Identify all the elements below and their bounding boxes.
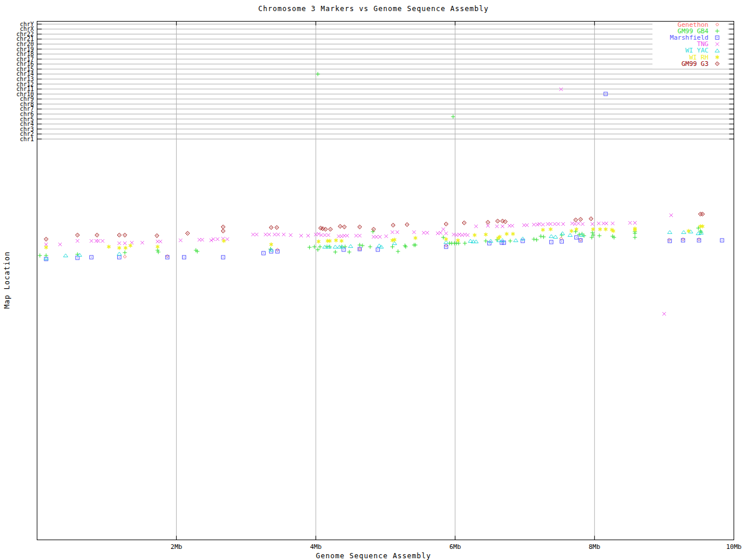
data-point-marker — [223, 257, 224, 257]
data-point-marker — [501, 225, 504, 228]
data-point-marker — [662, 312, 666, 316]
data-point-marker — [76, 239, 79, 243]
data-point-marker — [580, 240, 581, 240]
data-point-marker — [484, 233, 487, 237]
data-point-marker — [541, 228, 544, 232]
data-point-marker — [374, 229, 374, 229]
x-tick-label: 4Mb — [310, 543, 322, 551]
data-point-marker — [328, 239, 331, 243]
data-point-marker — [570, 229, 573, 233]
data-point-marker — [633, 232, 637, 236]
data-point-marker — [358, 243, 362, 247]
data-point-marker — [378, 235, 382, 239]
data-point-marker — [273, 233, 277, 236]
data-point-marker — [263, 253, 264, 253]
data-point-marker — [271, 227, 271, 228]
data-point-marker — [505, 232, 508, 236]
data-point-marker — [264, 233, 267, 236]
data-point-marker — [702, 214, 703, 214]
data-point-marker — [326, 239, 329, 243]
data-point-marker — [344, 226, 344, 227]
data-point-marker — [597, 222, 601, 225]
data-point-marker — [340, 226, 340, 226]
data-point-marker — [123, 242, 127, 245]
data-point-marker — [184, 257, 184, 257]
data-point-marker — [322, 228, 323, 229]
data-point-marker — [396, 250, 400, 254]
data-point-marker — [561, 241, 562, 242]
data-point-marker — [439, 231, 442, 235]
data-point-marker — [255, 233, 259, 236]
data-point-marker — [156, 250, 160, 254]
data-point-marker — [539, 235, 543, 239]
data-point-marker — [456, 242, 460, 246]
data-point-marker — [333, 245, 338, 249]
data-point-marker — [123, 255, 126, 258]
data-point-marker — [611, 222, 615, 225]
data-point-marker — [444, 232, 448, 235]
data-point-marker — [446, 246, 446, 247]
data-point-marker — [549, 222, 552, 226]
data-point-marker — [560, 232, 565, 235]
data-point-marker — [553, 222, 557, 226]
data-point-marker — [568, 233, 573, 237]
data-point-marker — [521, 237, 525, 240]
x-tick-label: 10Mb — [726, 543, 742, 551]
data-point-marker — [343, 249, 344, 250]
data-point-marker — [91, 257, 92, 257]
data-point-marker — [504, 242, 504, 243]
data-point-marker — [497, 220, 498, 221]
data-point-marker — [505, 221, 505, 222]
data-point-legend — [717, 37, 717, 38]
data-point-marker — [223, 226, 224, 227]
data-point-marker — [633, 236, 637, 240]
data-point-marker — [358, 234, 361, 237]
data-point-marker — [549, 228, 552, 232]
data-point-marker — [156, 249, 160, 253]
data-point-marker — [407, 224, 407, 225]
data-point-marker — [495, 225, 499, 228]
data-point-marker — [591, 218, 591, 219]
data-point-marker — [77, 257, 78, 258]
data-point-marker — [473, 233, 476, 237]
data-point-marker — [200, 238, 204, 242]
data-point-marker — [359, 226, 360, 227]
data-point-marker — [541, 223, 544, 226]
data-point-marker — [277, 227, 277, 228]
data-point-marker — [581, 222, 584, 226]
data-point-marker — [441, 236, 445, 240]
data-point-marker — [354, 234, 358, 237]
data-point-marker — [327, 233, 330, 237]
data-point-marker — [508, 239, 512, 243]
data-point-marker — [159, 240, 162, 243]
x-tick-label: 8Mb — [589, 543, 601, 551]
data-point-marker — [511, 232, 515, 236]
data-point-marker — [484, 239, 488, 243]
data-point-marker — [502, 220, 502, 221]
data-point-marker — [119, 235, 120, 235]
data-point-marker — [591, 222, 594, 226]
data-point-marker — [340, 239, 343, 243]
data-point-marker — [605, 93, 606, 94]
data-point-marker — [669, 240, 670, 241]
data-point-marker — [117, 242, 121, 245]
data-point-marker — [316, 72, 320, 76]
data-point-marker — [444, 237, 448, 242]
data-point-marker — [591, 231, 595, 235]
data-point-marker — [532, 237, 536, 242]
data-point-marker — [333, 250, 337, 254]
data-point-marker — [216, 237, 219, 241]
data-point-marker — [442, 228, 445, 231]
data-point-marker — [325, 229, 326, 229]
data-point-marker — [64, 254, 68, 257]
data-point-marker — [306, 234, 310, 237]
data-point-marker — [699, 240, 699, 240]
data-point-marker — [334, 239, 338, 243]
data-point-marker — [156, 245, 159, 249]
data-point-marker — [97, 235, 97, 235]
data-point-marker — [396, 230, 399, 234]
data-point-marker — [393, 225, 393, 225]
data-point-marker — [604, 228, 608, 232]
data-point-marker — [97, 239, 100, 243]
data-point-marker — [392, 242, 397, 245]
